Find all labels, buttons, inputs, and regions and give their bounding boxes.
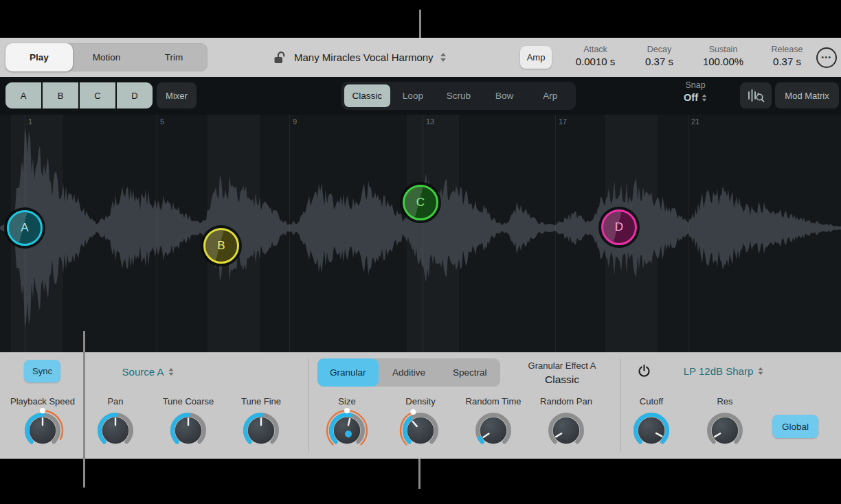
filter-type-select[interactable]: LP 12dB Sharp — [672, 363, 775, 378]
env-param-attack[interactable]: Attack0.0010 s — [563, 38, 627, 77]
waveform-display[interactable]: 159131721ABCD — [0, 115, 841, 352]
env-param-value: 0.37 s — [755, 56, 819, 67]
knob-graphic-tune-coarse — [166, 408, 211, 453]
source-tab-a[interactable]: A — [5, 82, 41, 108]
env-param-decay[interactable]: Decay0.37 s — [627, 38, 691, 77]
env-param-label: Decay — [627, 45, 691, 54]
knob-res[interactable]: Res — [688, 396, 761, 453]
preset-stepper-icon[interactable] — [440, 53, 446, 62]
trigger-mode-tabs: ClassicLoopScrubBowArp — [341, 82, 576, 110]
source-select-value: Source A — [122, 366, 164, 378]
marker-letter: A — [21, 221, 28, 235]
marker-letter: D — [615, 220, 623, 234]
ruler-number: 17 — [559, 117, 567, 126]
source-select-chevrons-icon — [169, 367, 174, 375]
knob-label-tune-fine: Tune Fine — [241, 396, 281, 406]
env-param-value: 0.37 s — [627, 56, 691, 67]
knob-random-pan[interactable]: Random Pan — [530, 396, 603, 453]
trigger-mode-tab-scrub[interactable]: Scrub — [436, 84, 482, 107]
filter-select-chevrons-icon — [759, 367, 763, 374]
waveform-zoom-button[interactable] — [740, 82, 772, 108]
mixer-button[interactable]: Mixer — [157, 82, 197, 108]
env-param-label: Attack — [563, 45, 627, 54]
knob-graphic-playback-speed — [20, 408, 65, 453]
filter-power-button[interactable] — [636, 363, 651, 378]
knob-tune-coarse[interactable]: Tune Coarse — [152, 396, 225, 453]
ruler-number: 21 — [691, 117, 699, 126]
knob-tune-fine[interactable]: Tune Fine — [225, 396, 298, 453]
envelope-params: Attack0.0010 sDecay0.37 sSustain100.00%R… — [563, 38, 819, 77]
amp-button[interactable]: Amp — [520, 46, 552, 69]
more-button[interactable]: ••• — [816, 47, 837, 68]
ruler-gridline — [555, 115, 556, 352]
mode-tab-play[interactable]: Play — [5, 43, 73, 71]
knob-graphic-size — [324, 408, 370, 453]
waveform-marker-b[interactable]: B — [203, 228, 239, 264]
callout-line-top — [419, 10, 421, 38]
snap-stepper-icon[interactable] — [702, 94, 706, 101]
mod-matrix-button[interactable]: Mod Matrix — [775, 82, 839, 108]
synthesis-tab-spectral[interactable]: Spectral — [439, 358, 500, 387]
effect-label: Granular Effect A — [517, 360, 607, 371]
panel-divider — [309, 359, 309, 452]
waveform-marker-c[interactable]: C — [403, 185, 438, 220]
callout-line-bottom-left — [83, 331, 85, 488]
env-param-release[interactable]: Release0.37 s — [755, 38, 819, 77]
synthesis-tab-additive[interactable]: Additive — [379, 358, 440, 387]
ruler-number: 1 — [28, 117, 32, 126]
source-tab-b[interactable]: B — [43, 82, 78, 108]
effect-value: Classic — [517, 374, 607, 386]
knob-graphic-cutoff — [629, 408, 674, 453]
env-param-sustain[interactable]: Sustain100.00% — [691, 38, 755, 77]
sub-toolbar: ABCD Mixer ClassicLoopScrubBowArp Snap O… — [0, 77, 841, 115]
waveform-marker-a[interactable]: A — [7, 210, 43, 246]
env-param-value: 0.0010 s — [563, 56, 627, 67]
trigger-mode-tab-arp[interactable]: Arp — [527, 84, 573, 107]
knob-label-res: Res — [717, 396, 732, 406]
ellipsis-icon: ••• — [821, 54, 831, 61]
ruler-number: 5 — [160, 117, 164, 126]
sample-alchemy-plugin-window: PlayMotionTrim Many Miracles Vocal Harmo… — [0, 38, 841, 459]
source-select[interactable]: Source A — [102, 364, 194, 379]
waveform-graphic — [0, 115, 841, 352]
mode-tab-trim[interactable]: Trim — [140, 43, 208, 71]
screenshot-stage: PlayMotionTrim Many Miracles Vocal Harmo… — [0, 0, 841, 504]
global-button[interactable]: Global — [772, 415, 818, 438]
source-tab-d[interactable]: D — [117, 82, 153, 108]
filter-type-value: LP 12dB Sharp — [684, 365, 753, 377]
knob-graphic-res — [702, 408, 748, 453]
preset-group[interactable]: Many Miracles Vocal Harmony — [272, 38, 446, 77]
knob-graphic-random-pan — [543, 408, 589, 453]
knob-graphic-tune-fine — [238, 408, 284, 453]
source-segmented-control: ABCD — [5, 82, 153, 108]
trigger-mode-tab-bow[interactable]: Bow — [482, 84, 528, 107]
knob-density[interactable]: Density — [384, 396, 457, 453]
knob-label-random-pan: Random Pan — [540, 396, 592, 406]
mode-segmented-control: PlayMotionTrim — [5, 43, 208, 71]
ruler-gridline — [688, 115, 688, 352]
callout-line-bottom-center — [418, 459, 420, 489]
knob-random-time[interactable]: Random Time — [457, 396, 530, 453]
knob-pan[interactable]: Pan — [79, 396, 152, 453]
sync-button[interactable]: Sync — [24, 360, 60, 382]
snap-value: Off — [684, 92, 698, 103]
synthesis-tab-granular[interactable]: Granular — [317, 358, 379, 387]
waveform-marker-d[interactable]: D — [601, 209, 637, 245]
knob-label-size: Size — [338, 396, 355, 406]
knob-size[interactable]: Size — [311, 396, 383, 453]
knob-cutoff[interactable]: Cutoff — [615, 396, 688, 453]
ruler-number: 13 — [426, 117, 434, 126]
env-param-value: 100.00% — [691, 56, 755, 67]
knob-label-tune-coarse: Tune Coarse — [163, 396, 214, 406]
snap-label: Snap — [668, 80, 723, 90]
trigger-mode-tab-classic[interactable]: Classic — [344, 84, 390, 107]
knob-playback-speed[interactable]: Playback Speed — [6, 396, 79, 453]
knob-graphic-density — [398, 408, 443, 453]
trigger-mode-tab-loop[interactable]: Loop — [390, 84, 436, 107]
snap-control[interactable]: Snap Off — [668, 80, 723, 103]
env-param-label: Release — [755, 45, 819, 54]
source-tab-c[interactable]: C — [80, 82, 115, 108]
effect-block[interactable]: Granular Effect A Classic — [517, 360, 607, 386]
ruler-gridline — [157, 115, 157, 352]
mode-tab-motion[interactable]: Motion — [73, 43, 140, 71]
